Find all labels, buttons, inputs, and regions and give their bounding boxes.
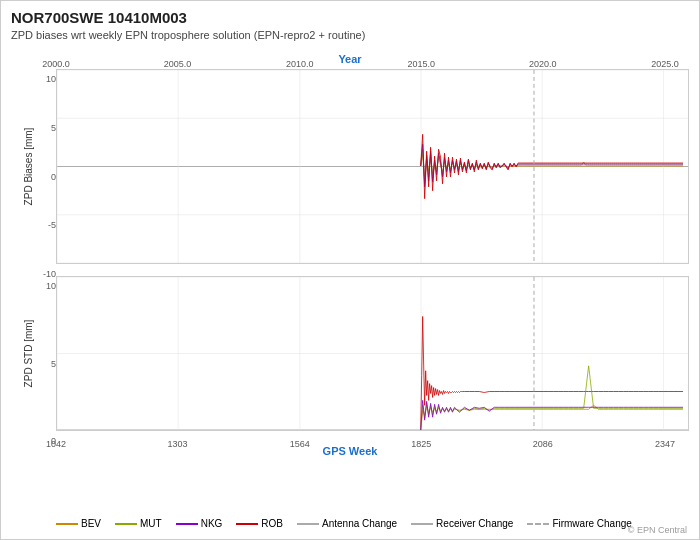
upper-chart [56,69,689,264]
legend-bev-label: BEV [81,518,101,529]
chart-subtitle: ZPD biases wrt weekly EPN troposphere so… [11,29,365,41]
legend: BEV MUT NKG ROB Antenna Change Receiver … [56,518,689,529]
y-ticks-upper: 10 5 0 -5 -10 [36,69,56,264]
year-tick-2010: 2010.0 [286,59,314,69]
copyright-text: © EPN Central [628,525,687,535]
legend-rob-label: ROB [261,518,283,529]
x-ticks-gpsweek: 1042 1303 1564 1825 2086 2347 [56,439,689,451]
y-tick-upper-10: 10 [46,74,56,84]
y-tick-upper-m5: -5 [48,220,56,230]
legend-bev-line [56,523,78,525]
legend-mut-label: MUT [140,518,162,529]
legend-receiver-line [411,523,433,525]
legend-rob-line [236,523,258,525]
legend-receiver: Receiver Change [411,518,513,529]
gps-tick-2347: 2347 [655,439,675,449]
legend-mut-line [115,523,137,525]
chart-title: NOR700SWE 10410M003 [11,9,187,26]
lower-chart [56,276,689,431]
y-tick-lower-10: 10 [46,281,56,291]
legend-antenna-label: Antenna Change [322,518,397,529]
year-tick-2025: 2025.0 [651,59,679,69]
gps-tick-1564: 1564 [290,439,310,449]
legend-receiver-label: Receiver Change [436,518,513,529]
legend-antenna: Antenna Change [297,518,397,529]
year-tick-2005: 2005.0 [164,59,192,69]
year-tick-2000: 2000.0 [42,59,70,69]
legend-antenna-line [297,523,319,525]
main-container: NOR700SWE 10410M003 ZPD biases wrt weekl… [0,0,700,540]
legend-nkg-label: NKG [201,518,223,529]
legend-firmware: Firmware Change [527,518,631,529]
legend-nkg-line [176,523,198,525]
legend-nkg: NKG [176,518,223,529]
gps-tick-2086: 2086 [533,439,553,449]
legend-mut: MUT [115,518,162,529]
legend-firmware-line [527,523,549,525]
legend-rob: ROB [236,518,283,529]
legend-firmware-label: Firmware Change [552,518,631,529]
y-ticks-lower: 10 5 0 [36,276,56,431]
legend-bev: BEV [56,518,101,529]
gps-tick-1042: 1042 [46,439,66,449]
gps-tick-1825: 1825 [411,439,431,449]
year-tick-2015: 2015.0 [407,59,435,69]
gps-tick-1303: 1303 [168,439,188,449]
year-tick-2020: 2020.0 [529,59,557,69]
chart-area: Year GPS Week ZPD Biases [mm] ZPD STD [m… [1,51,699,459]
